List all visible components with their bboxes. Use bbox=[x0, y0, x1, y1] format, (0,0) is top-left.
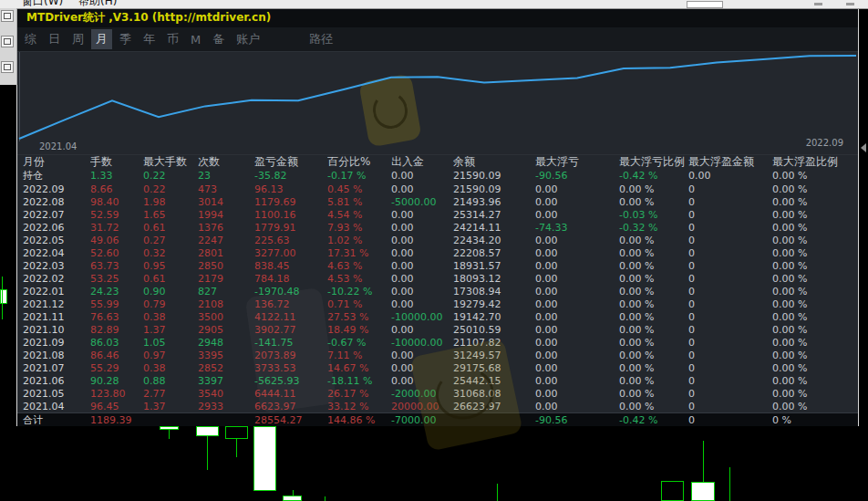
toolbar-item-月[interactable]: 月 bbox=[91, 29, 112, 49]
cell-max-float-loss-ratio: 0.00 % bbox=[619, 273, 688, 285]
table-row-2022.02[interactable]: 2022.0253.250.612179784.184.53 %0.001809… bbox=[17, 272, 858, 285]
cell-month: 2022.06 bbox=[23, 222, 90, 234]
header-lots: 手数 bbox=[90, 154, 143, 170]
cell-count: 2179 bbox=[198, 273, 254, 285]
cell-max-float-loss-ratio: 0.00 % bbox=[619, 196, 688, 208]
cell-max-float-profit-ratio: 0.00 % bbox=[772, 273, 858, 285]
x-axis-start-label: 2021.04 bbox=[39, 141, 77, 151]
cell-month: 2022.09 bbox=[23, 183, 90, 195]
cell-pnl: -35.82 bbox=[254, 170, 327, 182]
table-row-2022.08[interactable]: 2022.0898.401.9830141179.695.81 %-5000.0… bbox=[17, 195, 858, 208]
cell-lots: 55.99 bbox=[90, 298, 143, 310]
header-max-lots: 最大手数 bbox=[143, 154, 198, 170]
candle-wick bbox=[293, 490, 294, 496]
cell-max-float-loss: 0.00 bbox=[535, 273, 619, 285]
right-edge-strip bbox=[859, 8, 868, 501]
cell-max-float-loss: 0.00 bbox=[535, 375, 619, 387]
panel-title: MTDriver统计 ,V3.10 (http://mtdriver.cn) bbox=[17, 10, 271, 26]
cell-max-float-profit: 0 bbox=[688, 337, 772, 349]
cell-max-float-profit-ratio: 0.00 % bbox=[772, 222, 858, 234]
table-row-持仓[interactable]: 持仓1.330.2223-35.82-0.17 %0.0021590.09-90… bbox=[17, 169, 858, 183]
table-row-2022.01[interactable]: 2022.0124.230.90827-1970.48-10.22 %0.001… bbox=[17, 285, 858, 297]
table-row-2022.04[interactable]: 2022.0452.600.3228013277.0017.31 %0.0022… bbox=[17, 246, 858, 259]
equity-curve-chart[interactable]: 2021.04 2022.09 bbox=[17, 52, 858, 154]
cell-max-float-profit-ratio: 0.00 % bbox=[772, 311, 858, 323]
toolbar-item-备[interactable]: 备 bbox=[208, 29, 229, 49]
cell-max-float-loss-ratio: 0.00 % bbox=[619, 401, 688, 412]
equity-curve-svg bbox=[17, 52, 858, 141]
toolbar-item-path[interactable]: 路径 bbox=[305, 29, 337, 49]
header-max-float-profit: 最大浮盈金额 bbox=[688, 154, 772, 170]
cell-percent: 4.54 % bbox=[327, 209, 391, 221]
candle-body bbox=[691, 482, 715, 501]
side-toolbar-icon-3[interactable] bbox=[1, 61, 14, 73]
cell-max-float-profit: 0 bbox=[688, 222, 772, 234]
cell-count: 2247 bbox=[198, 235, 254, 246]
side-toolbar-icon-1[interactable] bbox=[1, 10, 14, 22]
table-row-2021.10[interactable]: 2021.1082.891.3729053902.7718.49 %0.0025… bbox=[17, 323, 858, 336]
cell-month: 2021.10 bbox=[23, 324, 90, 336]
table-row-2021.09[interactable]: 2021.0986.031.052948-141.75-0.67 %-10000… bbox=[17, 336, 858, 349]
host-window-button[interactable] bbox=[846, 3, 854, 5]
cell-count: 1994 bbox=[198, 209, 254, 221]
toolbar-item-周[interactable]: 周 bbox=[67, 29, 88, 49]
cell-count: 3395 bbox=[198, 350, 254, 361]
toolbar-item-M[interactable]: M bbox=[186, 31, 205, 48]
cell-deposit: -10000.00 bbox=[391, 337, 453, 349]
table-row-2022.07[interactable]: 2022.0752.591.6519941100.164.54 %0.00253… bbox=[17, 208, 858, 221]
table-row-2022.09[interactable]: 2022.098.660.2247396.130.45 %0.0021590.0… bbox=[17, 183, 858, 195]
host-window-button[interactable] bbox=[814, 3, 822, 5]
menu-window[interactable]: 窗口(W) bbox=[22, 0, 63, 9]
cell-lots: 1189.39 bbox=[90, 414, 143, 426]
cell-max-float-profit-ratio: 0.00 % bbox=[772, 247, 858, 259]
candle-wick bbox=[236, 439, 237, 457]
watermark-logo bbox=[245, 287, 337, 413]
table-header: 月份手数最大手数次数盈亏金额百分比%出入金余额最大浮亏最大浮亏比例最大浮盈金额最… bbox=[17, 154, 858, 169]
cell-count: 3500 bbox=[198, 311, 254, 323]
cell-max-lots: 1.37 bbox=[143, 401, 198, 412]
toolbar-item-账户[interactable]: 账户 bbox=[232, 29, 264, 49]
cell-percent: 5.81 % bbox=[327, 196, 391, 208]
toolbar-item-日[interactable]: 日 bbox=[44, 29, 65, 49]
scroll-left-arrow-icon[interactable] bbox=[861, 143, 866, 152]
table-row-2022.05[interactable]: 2022.0549.060.272247225.631.02 %0.002243… bbox=[17, 234, 858, 246]
cell-max-float-loss-ratio: -0.03 % bbox=[619, 209, 688, 221]
candle-body bbox=[196, 426, 219, 436]
cell-pnl: 225.63 bbox=[254, 235, 327, 246]
cell-max-float-loss-ratio: -0.32 % bbox=[619, 222, 688, 234]
panel-titlebar[interactable]: MTDriver统计 ,V3.10 (http://mtdriver.cn) bbox=[17, 8, 858, 27]
cell-max-float-profit: 0 bbox=[688, 183, 772, 195]
cell-count: 23 bbox=[198, 170, 254, 182]
cell-max-float-loss: 0.00 bbox=[535, 247, 619, 259]
candle-body bbox=[225, 426, 248, 439]
cell-max-float-profit-ratio: 0.00 % bbox=[772, 196, 858, 208]
cell-percent: 144.86 % bbox=[327, 414, 391, 426]
mtdriver-stats-panel: MTDriver统计 ,V3.10 (http://mtdriver.cn) 综… bbox=[16, 8, 859, 426]
table-row-2021.12[interactable]: 2021.1255.990.792108136.720.71 %0.001927… bbox=[17, 297, 858, 310]
table-row-2022.03[interactable]: 2022.0363.730.952850838.454.63 %0.001893… bbox=[17, 259, 858, 272]
cell-max-float-profit: 0 bbox=[688, 273, 772, 285]
cell-max-float-loss: 0.00 bbox=[535, 401, 619, 412]
menu-help[interactable]: 帮助(H) bbox=[78, 0, 117, 9]
toolbar-item-年[interactable]: 年 bbox=[139, 29, 160, 49]
side-toolbar-icon-2[interactable] bbox=[1, 36, 14, 47]
header-max-float-profit-ratio: 最大浮盈比例 bbox=[772, 154, 858, 170]
toolbar-item-季[interactable]: 季 bbox=[115, 29, 136, 49]
table-row-2022.06[interactable]: 2022.0631.720.6113761779.917.93 %0.00242… bbox=[17, 221, 858, 234]
cell-lots: 49.06 bbox=[90, 235, 143, 246]
toolbar-item-币[interactable]: 币 bbox=[162, 29, 183, 49]
cell-pnl: 28554.27 bbox=[254, 414, 327, 426]
cell-percent: -0.17 % bbox=[327, 170, 391, 182]
cell-pnl: 96.13 bbox=[254, 183, 327, 195]
cell-max-float-profit-ratio: 0.00 % bbox=[772, 362, 858, 374]
table-row-2021.11[interactable]: 2021.1176.630.3835004122.1127.53 %-10000… bbox=[17, 310, 858, 323]
toolbar-item-综[interactable]: 综 bbox=[20, 29, 41, 49]
cell-pnl: 838.45 bbox=[254, 260, 327, 272]
cell-deposit: 0.00 bbox=[391, 260, 453, 272]
cell-max-float-loss-ratio: 0.00 % bbox=[619, 362, 688, 374]
cell-max-lots: 0.97 bbox=[143, 350, 198, 361]
cell-max-float-profit: 0 bbox=[688, 247, 772, 259]
cell-max-float-profit-ratio: 0.00 % bbox=[772, 350, 858, 361]
cell-month: 2021.07 bbox=[23, 362, 90, 374]
host-toolbar-input[interactable] bbox=[687, 1, 723, 8]
